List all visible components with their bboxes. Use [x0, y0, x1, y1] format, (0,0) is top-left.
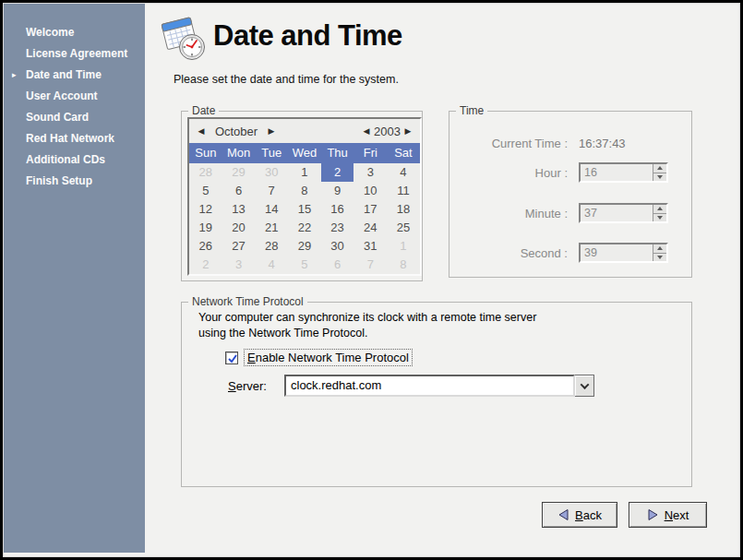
- sidebar-item-label: Red Hat Network: [26, 132, 114, 145]
- calendar-day[interactable]: 6: [222, 182, 256, 200]
- calendar-day[interactable]: 30: [321, 237, 354, 256]
- calendar-day[interactable]: 15: [288, 200, 321, 219]
- calendar-day[interactable]: 16: [321, 200, 354, 219]
- server-combobox: clock.redhat.com: [284, 375, 594, 397]
- enable-ntp-checkbox[interactable]: [225, 351, 238, 364]
- sidebar-item-label: Finish Setup: [26, 174, 92, 187]
- sidebar-item-label: Additional CDs: [26, 153, 105, 166]
- chevron-down-icon: [580, 380, 589, 389]
- calendar-day[interactable]: 3: [222, 256, 256, 274]
- sidebar-item-red-hat-network[interactable]: Red Hat Network: [4, 128, 145, 149]
- down-arrow-icon: [657, 175, 663, 179]
- down-arrow-icon: [657, 216, 663, 220]
- calendar-day[interactable]: 31: [354, 237, 387, 256]
- back-button-label: Back: [575, 508, 602, 522]
- calendar-day[interactable]: 20: [222, 219, 256, 237]
- minute-down-button[interactable]: [653, 214, 666, 222]
- calendar-day[interactable]: 17: [354, 200, 387, 219]
- sidebar-item-label: Sound Card: [26, 111, 89, 124]
- up-arrow-icon: [657, 246, 663, 250]
- minute-spinner[interactable]: 37: [579, 203, 668, 223]
- second-spinner[interactable]: 39: [579, 243, 668, 263]
- calendar-day-selected[interactable]: 2: [321, 163, 354, 182]
- page-title: Date and Time: [213, 19, 402, 53]
- calendar-day[interactable]: 5: [288, 256, 321, 274]
- calendar-day-names-row: Sun Mon Tue Wed Thu Fri Sat: [189, 143, 420, 163]
- calendar-day[interactable]: 1: [288, 163, 321, 182]
- calendar-day[interactable]: 10: [354, 182, 387, 200]
- next-arrow-icon: [647, 508, 659, 521]
- sidebar-item-sound-card[interactable]: Sound Card: [4, 107, 145, 128]
- calendar-day[interactable]: 8: [288, 182, 321, 200]
- calendar-day[interactable]: 18: [387, 200, 420, 219]
- calendar-day[interactable]: 7: [354, 256, 387, 274]
- server-dropdown-button[interactable]: [575, 375, 594, 397]
- calendar-nav: ◀ October ▶ ◀ 2003 ▶: [189, 119, 420, 143]
- calendar-day[interactable]: 19: [189, 219, 222, 237]
- minute-value[interactable]: 37: [581, 205, 653, 221]
- second-down-button[interactable]: [653, 254, 666, 262]
- calendar-day[interactable]: 24: [354, 219, 387, 237]
- calendar-day[interactable]: 30: [255, 163, 288, 182]
- next-month-arrow-icon[interactable]: ▶: [266, 126, 277, 136]
- calendar-day[interactable]: 5: [189, 182, 222, 200]
- next-year-arrow-icon[interactable]: ▶: [402, 126, 413, 136]
- calendar-day[interactable]: 26: [189, 237, 222, 256]
- day-name: Sat: [387, 143, 420, 163]
- sidebar-item-welcome[interactable]: Welcome: [4, 22, 145, 43]
- back-button[interactable]: Back: [542, 502, 617, 528]
- calendar-day[interactable]: 21: [255, 219, 288, 237]
- ntp-group: Network Time Protocol Your computer can …: [181, 302, 692, 487]
- sidebar-item-label: User Account: [26, 89, 98, 102]
- calendar-day[interactable]: 4: [387, 163, 420, 182]
- calendar-day[interactable]: 9: [321, 182, 354, 200]
- calendar-day[interactable]: 13: [222, 200, 256, 219]
- day-name: Thu: [321, 143, 354, 163]
- second-up-button[interactable]: [653, 244, 666, 254]
- enable-ntp-label[interactable]: Enable Network Time Protocol: [244, 349, 413, 366]
- server-label: Server:: [228, 379, 284, 393]
- calendar-day[interactable]: 22: [288, 219, 321, 237]
- second-value[interactable]: 39: [581, 244, 653, 261]
- hour-up-button[interactable]: [653, 164, 666, 173]
- wizard-steps-sidebar: Welcome License Agreement ▸Date and Time…: [4, 4, 145, 553]
- calendar-day[interactable]: 6: [321, 256, 354, 274]
- prev-month-arrow-icon[interactable]: ◀: [196, 126, 207, 136]
- current-time-value: 16:37:43: [579, 137, 626, 150]
- day-name: Sun: [189, 143, 222, 163]
- calendar-day[interactable]: 27: [222, 237, 256, 256]
- hour-value[interactable]: 16: [581, 164, 653, 181]
- sidebar-item-user-account[interactable]: User Account: [4, 86, 145, 107]
- calendar-day[interactable]: 29: [222, 163, 256, 182]
- calendar-day[interactable]: 4: [255, 256, 288, 274]
- sidebar-item-finish-setup[interactable]: Finish Setup: [4, 171, 145, 192]
- sidebar-item-additional-cds[interactable]: Additional CDs: [4, 149, 145, 171]
- down-arrow-icon: [657, 256, 663, 259]
- calendar-day[interactable]: 11: [387, 182, 420, 200]
- calendar-day[interactable]: 2: [189, 256, 222, 274]
- day-name: Wed: [288, 143, 321, 163]
- next-button[interactable]: Next: [629, 502, 707, 528]
- sidebar-item-license-agreement[interactable]: License Agreement: [4, 43, 145, 65]
- calendar-day[interactable]: 14: [255, 200, 288, 219]
- calendar-day[interactable]: 12: [189, 200, 222, 219]
- back-arrow-icon: [557, 508, 569, 521]
- hour-down-button[interactable]: [653, 173, 666, 182]
- calendar-clock-icon: [160, 14, 210, 64]
- calendar-day[interactable]: 8: [387, 256, 420, 274]
- prev-year-arrow-icon[interactable]: ◀: [361, 126, 372, 136]
- calendar-day[interactable]: 28: [189, 163, 222, 182]
- calendar-day[interactable]: 1: [387, 237, 420, 256]
- sidebar-item-date-and-time[interactable]: ▸Date and Time: [4, 65, 145, 86]
- minute-up-button[interactable]: [653, 205, 666, 214]
- hour-spinner[interactable]: 16: [579, 162, 668, 183]
- server-input[interactable]: clock.redhat.com: [284, 375, 575, 397]
- calendar-day[interactable]: 29: [288, 237, 321, 256]
- ntp-description: Your computer can synchronize its clock …: [198, 310, 536, 341]
- calendar-day[interactable]: 23: [321, 219, 354, 237]
- calendar-day[interactable]: 28: [255, 237, 288, 256]
- calendar-day[interactable]: 7: [255, 182, 288, 200]
- calendar-day[interactable]: 25: [387, 219, 420, 237]
- calendar-day[interactable]: 3: [354, 163, 387, 182]
- page-subtitle: Please set the date and time for the sys…: [174, 73, 399, 86]
